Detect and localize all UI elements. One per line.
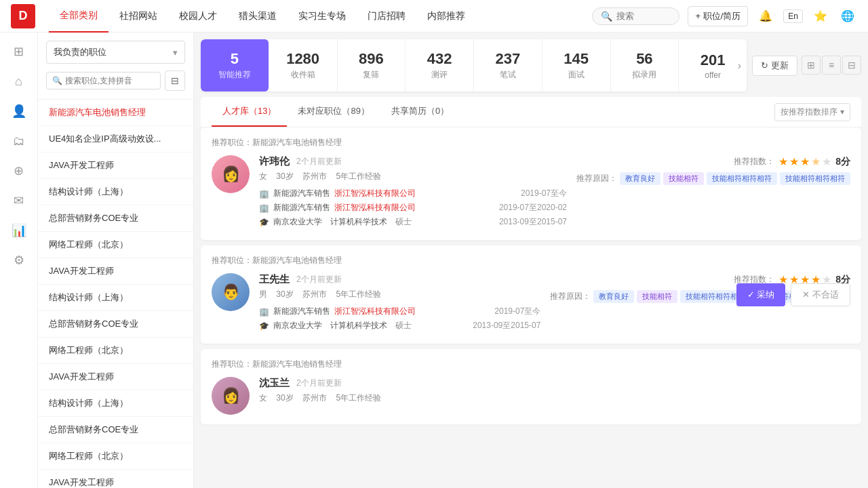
candidate-card: 推荐职位：新能源汽车电池销售经理 👨 王先生 2个月前更新 男 30岁 苏州市 … [201, 245, 861, 344]
exp1-title: 新能源汽车销售 [273, 188, 330, 199]
stat-item-面试[interactable]: 145面试 [542, 39, 611, 92]
stat-item-拟录用[interactable]: 56拟录用 [611, 39, 679, 92]
nav-item-headhunter[interactable]: 猎头渠道 [228, 0, 288, 33]
job-list-item[interactable]: 结构设计师（上海） [38, 390, 193, 417]
tab-talent-pool[interactable]: 人才库（13） [212, 97, 287, 127]
sidebar-globe-icon[interactable]: ⊕ [5, 157, 33, 184]
stat-item-测评[interactable]: 432测评 [406, 39, 474, 92]
filter-icon: ⊟ [171, 75, 179, 86]
tab-unmatched[interactable]: 未对应职位（89） [287, 97, 380, 127]
job-filter-label: 我负责的职位 [54, 46, 106, 58]
basic-info: 女 30岁 苏州市 5年工作经验 [259, 171, 567, 182]
user-avatar-icon[interactable]: 🌐 [838, 7, 857, 26]
company-icon-1: 🏢 [259, 307, 269, 317]
job-list-item[interactable]: 结构设计师（上海） [38, 179, 193, 205]
stats-bar: 5智能推荐1280收件箱896复筛432测评237笔试145面试56拟录用201… [201, 39, 747, 92]
star-filled-icon: ★ [800, 155, 810, 168]
edu-degree: 硕士 [395, 216, 412, 228]
job-list-item[interactable]: UE4知名企业IP高级动效设... [38, 126, 193, 152]
compact-view-btn[interactable]: ⊟ [842, 56, 861, 75]
job-list-item[interactable]: 网络工程师（北京） [38, 443, 193, 470]
exp2-period: 2019-07至2020-02 [499, 202, 567, 214]
sidebar-home-icon[interactable]: ⌂ [5, 68, 33, 95]
candidate-name[interactable]: 王先生 [259, 273, 290, 286]
stat-item-笔试[interactable]: 237笔试 [474, 39, 542, 92]
stat-item-智能推荐[interactable]: 5智能推荐 [201, 39, 269, 92]
list-view-btn[interactable]: ≡ [822, 56, 841, 75]
nav-search-input[interactable] [616, 11, 671, 21]
stat-number: 5 [231, 50, 239, 68]
sidebar-chat-icon[interactable]: ✉ [5, 187, 33, 214]
sidebar-folder-icon[interactable]: 🗂 [5, 127, 33, 155]
nav-search-box[interactable]: 🔍 [592, 7, 679, 25]
reason-row: 推荐原因： 教育良好技能相符技能相符相符相符技能相符相符相符 [576, 172, 850, 185]
sidebar-person-icon[interactable]: 👤 [5, 98, 33, 125]
notification-icon[interactable]: 🔔 [756, 7, 775, 26]
job-list-item[interactable]: 总部营销财务COE专业 [38, 417, 193, 443]
nav-item-social[interactable]: 社招网站 [108, 0, 168, 33]
job-list-item[interactable]: JAVA开发工程师 [38, 152, 193, 179]
candidate-name[interactable]: 许玮伦 [259, 155, 290, 168]
job-list: 新能源汽车电池销售经理UE4知名企业IP高级动效设...JAVA开发工程师结构设… [38, 100, 193, 488]
sidebar-chart-icon[interactable]: 📊 [5, 217, 33, 244]
add-job-button[interactable]: + 职位/简历 [688, 6, 748, 26]
language-btn[interactable]: En [783, 9, 803, 23]
grid-view-btn[interactable]: ⊞ [802, 56, 821, 75]
age: 30岁 [276, 289, 293, 299]
candidate-avatar[interactable]: 👨 [212, 273, 250, 311]
name-row: 许玮伦 2个月前更新 [259, 155, 567, 168]
nav-item-intern[interactable]: 实习生专场 [288, 0, 357, 33]
job-list-item[interactable]: 网络工程师（北京） [38, 232, 193, 258]
adopt-button[interactable]: ✓ 采纳 [736, 283, 786, 306]
job-filter-dropdown[interactable]: 我负责的职位 ▾ [46, 41, 185, 64]
sidebar-grid-icon[interactable]: ⊞ [5, 38, 33, 65]
reject-button[interactable]: ✕ 不合适 [791, 283, 850, 306]
experience: 5年工作经验 [336, 393, 381, 403]
nav-item-all-categories[interactable]: 全部类别 [49, 0, 108, 33]
sidebar-settings-icon[interactable]: ⚙ [5, 247, 33, 274]
job-list-item[interactable]: JAVA开发工程师 [38, 364, 193, 390]
candidate-avatar[interactable]: 👩 [212, 155, 250, 193]
candidate-avatar[interactable]: 👩 [212, 377, 250, 415]
nav-right-actions: 🔍 + 职位/简历 🔔 En ⭐ 🌐 [592, 6, 857, 26]
star-icon[interactable]: ⭐ [811, 7, 830, 26]
stat-chevron-icon: › [738, 60, 741, 72]
stat-label: 测评 [431, 69, 448, 81]
stat-item-offer[interactable]: 201offer› [679, 39, 747, 92]
tab-shared-resume[interactable]: 共享简历（0） [380, 97, 460, 127]
edu-school: 南京农业大学 [273, 216, 322, 228]
age: 30岁 [276, 393, 293, 403]
nav-item-campus[interactable]: 校园人才 [168, 0, 228, 33]
card-actions: ✓ 采纳 ✕ 不合适 [736, 283, 850, 306]
exp1-company: 浙江智泓科技有限公司 [334, 306, 416, 317]
nav-item-store[interactable]: 门店招聘 [357, 0, 416, 33]
job-list-item[interactable]: JAVA开发工程师 [38, 470, 193, 488]
left-panel: 我负责的职位 ▾ 🔍 ⊟ 新能源汽车电池销售经理UE4知名企业IP高级动效设..… [38, 33, 194, 488]
job-search-box[interactable]: 🔍 [46, 72, 161, 89]
job-list-item[interactable]: 总部营销财务COE专业 [38, 311, 193, 338]
job-list-item[interactable]: 网络工程师（北京） [38, 338, 193, 364]
stat-item-收件箱[interactable]: 1280收件箱 [269, 39, 338, 92]
edu-row: 🎓 南京农业大学 计算机科学技术 硕士 2013-09至2015-07 [259, 216, 567, 228]
job-list-item[interactable]: 结构设计师（上海） [38, 285, 193, 311]
stat-label: 智能推荐 [218, 69, 251, 81]
card-score [715, 377, 850, 415]
edu-icon: 🎓 [259, 218, 269, 227]
job-list-item[interactable]: 总部营销财务COE专业 [38, 205, 193, 232]
stat-label: 拟录用 [632, 69, 656, 81]
sort-button[interactable]: 按推荐指数排序 ▾ [774, 103, 850, 121]
job-search-row: 🔍 ⊟ [46, 70, 185, 91]
stat-item-复筛[interactable]: 896复筛 [338, 39, 406, 92]
job-list-item[interactable]: JAVA开发工程师 [38, 258, 193, 285]
filter-button[interactable]: ⊟ [165, 70, 185, 91]
candidate-list: 推荐职位：新能源汽车电池销售经理 👩 许玮伦 2个月前更新 女 30岁 苏州市 … [194, 127, 868, 488]
reason-label: 推荐原因： [576, 173, 617, 184]
nav-item-internal[interactable]: 内部推荐 [416, 0, 476, 33]
basic-info: 男 30岁 苏州市 5年工作经验 [259, 289, 540, 300]
update-button[interactable]: ↻ 更新 [752, 56, 797, 76]
tag-blue: 技能相符相符相符 [707, 172, 777, 185]
job-search-input[interactable] [65, 76, 155, 85]
tabs-bar: 人才库（13） 未对应职位（89） 共享简历（0） 按推荐指数排序 ▾ [201, 97, 861, 127]
job-list-item[interactable]: 新能源汽车电池销售经理 [38, 100, 193, 126]
candidate-name[interactable]: 沈玉兰 [259, 377, 290, 390]
